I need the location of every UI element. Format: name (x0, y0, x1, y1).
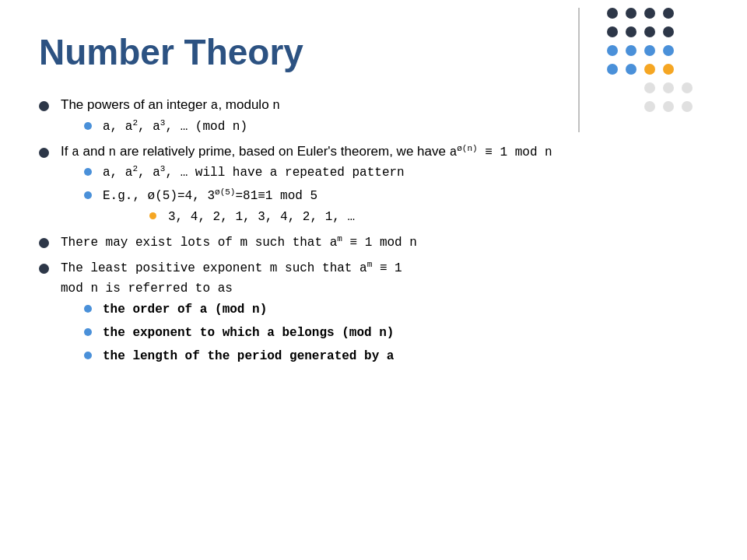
decoration-dot (682, 45, 693, 56)
list-item-2-sub-1: a, a2, a3, … will have a repeated patter… (84, 162, 708, 183)
item3-text: There may exist lots of m such that am ≡… (61, 236, 417, 250)
decoration-dot (700, 82, 711, 93)
item2-a: a (72, 145, 79, 159)
decoration-dot (663, 26, 674, 37)
decoration-dot (644, 82, 655, 93)
decoration-dot (644, 8, 655, 19)
content-area: The powers of an integer a, modulo n a, … (39, 95, 708, 366)
list-item-4-sub: the order of a (mod n) the exponent to w… (61, 299, 708, 366)
decoration-dot (663, 82, 674, 93)
decoration-dot (607, 26, 618, 37)
decoration-dot (644, 26, 655, 37)
list-item-1: The powers of an integer a, modulo n a, … (39, 95, 708, 137)
item4-sub3-text: the length of the period generated by a (103, 349, 394, 363)
item4-sub2-text: the exponent to which a belongs (mod n) (103, 326, 394, 340)
list-item-4-sub-3: the length of the period generated by a (84, 345, 708, 366)
decoration-dot (644, 45, 655, 56)
decoration-dot (626, 64, 637, 75)
item1-text: The powers of an integer a, modulo n (61, 97, 280, 112)
list-item-2-sub-2-sub-1: 3, 4, 2, 1, 3, 4, 2, 1, … (149, 206, 708, 227)
item1-a: a (211, 99, 219, 113)
decoration-dot (700, 45, 711, 56)
item1-sub1-text: a, a2, a3, … (mod n) (103, 120, 247, 134)
decoration-dot (607, 8, 618, 19)
decoration-dot (626, 26, 637, 37)
list-item-1-sub: a, a2, a3, … (mod n) (61, 116, 708, 137)
decoration-dot (700, 26, 711, 37)
list-item-1-sub-1: a, a2, a3, … (mod n) (84, 116, 708, 137)
page: Number Theory The powers of an integer a… (0, 0, 747, 560)
decoration-dot (700, 64, 711, 75)
item2-text: If a and n are relatively prime, based o… (61, 144, 552, 159)
item2-sub2-text: E.g., ø(5)=4, 3ø(5)=81≡1 mod 5 (103, 189, 317, 203)
list-item-2-sub-2: E.g., ø(5)=4, 3ø(5)=81≡1 mod 5 3, 4, 2, … (84, 185, 708, 227)
list-item-2-sub-2-sub: 3, 4, 2, 1, 3, 4, 2, 1, … (103, 206, 708, 227)
decoration-dot (682, 64, 693, 75)
list-item-4: The least positive exponent m such that … (39, 257, 708, 366)
decoration-dot (644, 64, 655, 75)
decoration-dot (663, 8, 674, 19)
decoration-dot (682, 8, 693, 19)
decoration-dot (626, 8, 637, 19)
item2-n: n (109, 145, 117, 159)
decoration-dot (626, 45, 637, 56)
item2-sub1-text: a, a2, a3, … will have a repeated patter… (103, 166, 405, 180)
item1-n: n (272, 99, 280, 113)
list-item-2-sub: a, a2, a3, … will have a repeated patter… (61, 162, 708, 226)
decoration-dot (626, 82, 637, 93)
list-item-4-sub-2: the exponent to which a belongs (mod n) (84, 322, 708, 343)
decoration-dot (607, 64, 618, 75)
item2-formula: aø(n) ≡ 1 mod n (450, 145, 552, 159)
item4-sub1-text: the order of a (mod n) (103, 303, 267, 317)
decoration-dot (663, 64, 674, 75)
list-item-3: There may exist lots of m such that am ≡… (39, 232, 708, 253)
list-item-4-sub-1: the order of a (mod n) (84, 299, 708, 320)
decoration-dot (682, 82, 693, 93)
item4-text: The least positive exponent m such that … (61, 261, 402, 296)
item2-sub2-sub1-text: 3, 4, 2, 1, 3, 4, 2, 1, … (168, 210, 355, 224)
list-item-2: If a and n are relatively prime, based o… (39, 142, 708, 227)
decoration-dot (682, 26, 693, 37)
decoration-dot (607, 82, 618, 93)
decoration-dot (700, 8, 711, 19)
decoration-dot (607, 45, 618, 56)
main-list: The powers of an integer a, modulo n a, … (39, 95, 708, 366)
decoration-dot (663, 45, 674, 56)
